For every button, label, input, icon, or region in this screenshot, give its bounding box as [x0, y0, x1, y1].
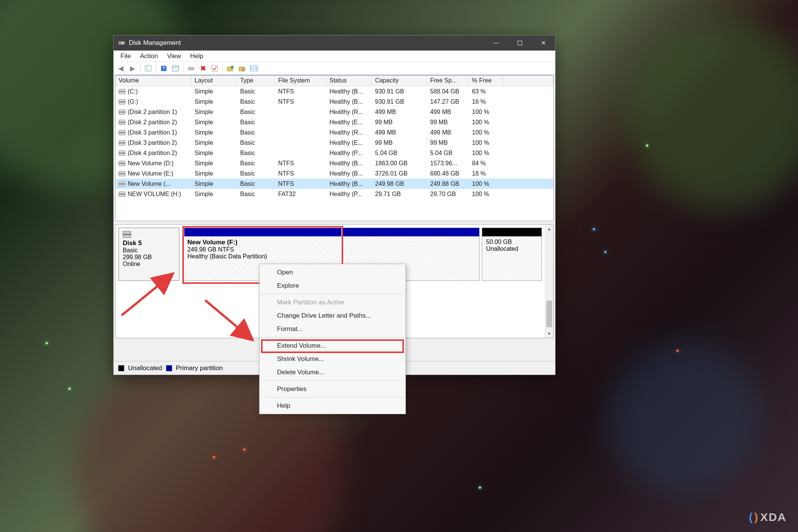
ctx-help[interactable]: Help — [260, 399, 405, 412]
help-button[interactable]: ? — [158, 63, 169, 74]
ctx-separator — [261, 337, 404, 337]
volume-name: NEW VOLUME (H:) — [128, 191, 181, 197]
volume-name: (Disk 2 partition 2) — [128, 119, 177, 125]
volume-free: 1573.96... — [427, 160, 469, 167]
volume-pct-free: 18 % — [469, 170, 503, 177]
volume-type: Basic — [237, 150, 275, 157]
delete-button[interactable]: ✖ — [197, 63, 209, 74]
ctx-shrink[interactable]: Shrink Volume... — [260, 352, 405, 366]
col-volume[interactable]: Volume — [116, 76, 192, 86]
table-row[interactable]: New Volume (E:)SimpleBasicNTFSHealthy (B… — [116, 168, 553, 179]
ctx-delete[interactable]: Delete Volume... — [260, 366, 405, 379]
volume-list-body: (C:)SimpleBasicNTFSHealthy (B...930.91 G… — [116, 86, 553, 221]
legend-swatch-primary — [166, 365, 172, 371]
menu-file[interactable]: File — [116, 51, 135, 61]
col-layout[interactable]: Layout — [192, 76, 237, 86]
forward-button[interactable] — [127, 63, 138, 74]
volume-list-panel: Volume Layout Type File System Status Ca… — [115, 75, 554, 221]
settings-button[interactable] — [248, 63, 260, 74]
table-row[interactable]: (Disk 2 partition 1)SimpleBasicHealthy (… — [116, 107, 553, 117]
volume-status: Healthy (R... — [326, 109, 372, 116]
show-hide-tree-button[interactable] — [142, 63, 154, 74]
volume-free: 680.48 GB — [427, 170, 469, 177]
menu-help[interactable]: Help — [185, 51, 208, 61]
back-button[interactable] — [115, 63, 127, 74]
table-row[interactable]: (Disk 2 partition 2)SimpleBasicHealthy (… — [116, 117, 553, 127]
volume-icon — [119, 99, 125, 104]
volume-layout: Simple — [192, 160, 237, 167]
volume-status: Healthy (R... — [326, 129, 372, 136]
volume-filesystem: NTFS — [275, 88, 326, 95]
volume-icon — [119, 192, 125, 197]
toolbar-separator — [156, 64, 156, 73]
table-row[interactable]: (Disk 3 partition 1)SimpleBasicHealthy (… — [116, 127, 553, 138]
partition-name: New Volume (F:) — [187, 239, 475, 246]
ctx-change-letter[interactable]: Change Drive Letter and Paths... — [260, 309, 405, 322]
col-pct-free[interactable]: % Free — [469, 76, 503, 86]
vertical-scrollbar[interactable]: ▲ ▼ — [545, 225, 553, 338]
table-row[interactable]: (Disk 4 partition 2)SimpleBasicHealthy (… — [116, 148, 553, 158]
scroll-thumb[interactable] — [546, 301, 552, 327]
volume-free: 249.88 GB — [427, 180, 469, 187]
volume-pct-free: 100 % — [469, 129, 503, 136]
table-row[interactable]: (C:)SimpleBasicNTFSHealthy (B...930.91 G… — [116, 86, 553, 97]
menu-action[interactable]: Action — [135, 51, 162, 61]
app-icon — [118, 40, 125, 46]
scroll-down-icon[interactable]: ▼ — [545, 329, 553, 338]
table-row[interactable]: New Volume (D:)SimpleBasicNTFSHealthy (B… — [116, 158, 553, 168]
new-folder-button[interactable] — [225, 63, 236, 74]
svg-rect-1 — [119, 42, 121, 44]
col-type[interactable]: Type — [237, 76, 275, 86]
scroll-up-icon[interactable]: ▲ — [545, 225, 553, 233]
ctx-explore[interactable]: Explore — [260, 279, 405, 292]
refresh-button[interactable] — [185, 63, 197, 74]
disk-info-box[interactable]: Disk 5 Basic 299.98 GB Online — [119, 228, 179, 281]
ctx-format[interactable]: Format... — [260, 322, 405, 336]
ctx-open[interactable]: Open — [260, 266, 405, 279]
partition-color-bar — [482, 228, 542, 236]
table-row[interactable]: (G:)SimpleBasicNTFSHealthy (B...930.91 G… — [116, 97, 553, 107]
volume-icon — [119, 130, 125, 135]
volume-type: Basic — [237, 191, 275, 198]
toolbar-separator — [140, 64, 141, 73]
svg-rect-6 — [173, 66, 179, 71]
close-button[interactable] — [532, 35, 555, 51]
volume-capacity: 99 MB — [372, 139, 427, 146]
search-folder-button[interactable] — [236, 63, 248, 74]
volume-type: Basic — [237, 139, 275, 146]
table-row[interactable]: New Volume (...SimpleBasicNTFSHealthy (B… — [116, 179, 553, 189]
maximize-button[interactable] — [508, 35, 532, 51]
titlebar[interactable]: Disk Management — [114, 35, 555, 51]
arrow-left-icon — [118, 64, 124, 73]
check-button[interactable] — [209, 63, 220, 74]
ctx-properties[interactable]: Properties — [260, 382, 405, 396]
volume-pct-free: 63 % — [469, 88, 503, 95]
volume-free: 99 MB — [427, 139, 469, 146]
col-filesystem[interactable]: File System — [275, 76, 326, 86]
volume-icon — [119, 181, 125, 187]
minimize-button[interactable] — [484, 35, 508, 51]
window-title: Disk Management — [129, 39, 181, 47]
partition-status: Unallocated — [486, 245, 538, 252]
table-row[interactable]: (Disk 3 partition 2)SimpleBasicHealthy (… — [116, 138, 553, 148]
partition-info: 50.00 GB — [486, 239, 538, 245]
volume-capacity: 29.71 GB — [372, 191, 427, 198]
svg-rect-12 — [239, 67, 244, 71]
ctx-extend[interactable]: Extend Volume... — [260, 339, 405, 352]
menu-view[interactable]: View — [163, 51, 186, 61]
properties-button[interactable] — [170, 63, 181, 74]
watermark: ()XDA — [749, 511, 787, 524]
volume-list-header: Volume Layout Type File System Status Ca… — [116, 76, 553, 86]
col-free[interactable]: Free Sp... — [427, 76, 469, 86]
col-status[interactable]: Status — [326, 76, 372, 86]
x-icon: ✖ — [200, 64, 206, 73]
ctx-mark-active: Mark Partition as Active — [260, 296, 405, 309]
col-capacity[interactable]: Capacity — [372, 76, 427, 86]
partition-color-bar — [184, 228, 479, 236]
volume-status: Healthy (B... — [326, 170, 372, 177]
partition-block[interactable]: 50.00 GBUnallocated — [482, 228, 542, 281]
volume-status: Healthy (B... — [326, 160, 372, 167]
volume-status: Healthy (B... — [326, 98, 372, 105]
table-row[interactable]: NEW VOLUME (H:)SimpleBasicFAT32Healthy (… — [116, 189, 553, 199]
ctx-separator — [261, 397, 404, 397]
